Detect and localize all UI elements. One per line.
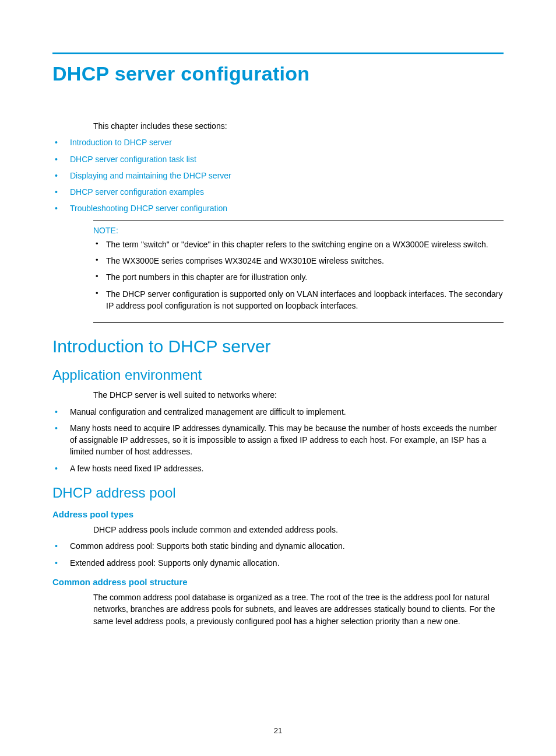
list-item: Many hosts need to acquire IP addresses … [52, 422, 504, 458]
toc-item: Troubleshooting DHCP server configuratio… [52, 202, 504, 214]
heading-pool-structure: Common address pool structure [52, 577, 504, 587]
note-box: NOTE: The term "switch" or "device" in t… [93, 220, 504, 323]
page: DHCP server configuration This chapter i… [0, 0, 556, 756]
app-env-lead: The DHCP server is well suited to networ… [93, 389, 504, 401]
note-item: The WX3000E series comprises WX3024E and… [93, 255, 504, 267]
list-item: Manual configuration and centralized man… [52, 406, 504, 418]
toc-list: Introduction to DHCP server DHCP server … [52, 136, 504, 214]
heading-app-env: Application environment [52, 367, 504, 383]
note-item: The port numbers in this chapter are for… [93, 271, 504, 283]
list-item: Common address pool: Supports both stati… [52, 540, 504, 552]
pool-types-list: Common address pool: Supports both stati… [52, 540, 504, 569]
toc-link-intro[interactable]: Introduction to DHCP server [70, 138, 172, 147]
note-item: The DHCP server configuration is support… [93, 288, 504, 312]
list-item: A few hosts need fixed IP addresses. [52, 463, 504, 474]
top-rule [52, 52, 504, 54]
list-item: Extended address pool: Supports only dyn… [52, 557, 504, 569]
page-number: 21 [0, 726, 556, 735]
note-item: The term "switch" or "device" in this ch… [93, 239, 504, 250]
intro-text: This chapter includes these sections: [93, 120, 504, 132]
toc-link-tasklist[interactable]: DHCP server configuration task list [70, 155, 196, 164]
pool-structure-body: The common address pool database is orga… [93, 592, 504, 627]
app-env-list: Manual configuration and centralized man… [52, 406, 504, 474]
note-list: The term "switch" or "device" in this ch… [93, 239, 504, 312]
toc-item: Displaying and maintaining the DHCP serv… [52, 170, 504, 181]
toc-item: Introduction to DHCP server [52, 136, 504, 148]
toc-link-display[interactable]: Displaying and maintaining the DHCP serv… [70, 171, 231, 180]
heading-pool-types: Address pool types [52, 509, 504, 519]
note-label: NOTE: [93, 226, 504, 235]
page-title: DHCP server configuration [52, 62, 504, 85]
heading-dhcp-pool: DHCP address pool [52, 485, 504, 501]
toc-link-examples[interactable]: DHCP server configuration examples [70, 187, 204, 197]
toc-item: DHCP server configuration task list [52, 153, 504, 165]
toc-link-troubleshoot[interactable]: Troubleshooting DHCP server configuratio… [70, 204, 227, 213]
pool-types-lead: DHCP address pools include common and ex… [93, 524, 504, 536]
toc-item: DHCP server configuration examples [52, 186, 504, 198]
heading-intro-dhcp: Introduction to DHCP server [52, 337, 504, 356]
